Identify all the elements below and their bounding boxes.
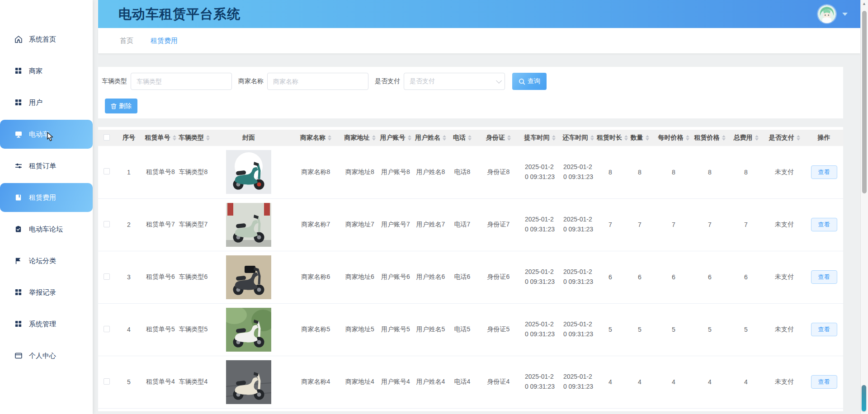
- view-button[interactable]: 查看: [811, 375, 837, 389]
- cell-total_fee: 6: [728, 251, 764, 303]
- sort-carets-icon[interactable]: [372, 135, 376, 141]
- column-header-merchant_address[interactable]: 商家地址: [342, 130, 377, 146]
- view-button[interactable]: 查看: [811, 165, 837, 179]
- search-button[interactable]: 查询: [512, 73, 547, 90]
- cell-index: 3: [115, 251, 142, 303]
- cell-pickup_time: 2025-01-20 09:31:23: [520, 146, 560, 198]
- cell-order_no: 租赁单号7: [142, 198, 179, 251]
- sort-carets-icon[interactable]: [507, 135, 511, 141]
- column-header-quantity[interactable]: 数量: [624, 130, 656, 146]
- column-header-rental_price[interactable]: 租赁价格: [692, 130, 728, 146]
- sort-carets-icon[interactable]: [797, 135, 800, 141]
- cell-hourly_price: 5: [656, 303, 692, 356]
- column-header-phone[interactable]: 电话: [448, 130, 477, 146]
- sort-carets-icon[interactable]: [755, 135, 759, 141]
- cell-order_no: [142, 408, 179, 411]
- sidebar-item-2[interactable]: 用户: [0, 87, 93, 118]
- column-header-action: 操作: [805, 130, 843, 146]
- column-header-pay_status[interactable]: 是否支付: [764, 130, 805, 146]
- page-scrollbar[interactable]: ▲: [860, 0, 868, 414]
- scroll-up-arrow-icon[interactable]: ▲: [862, 1, 866, 6]
- cell-rental_price: 8: [692, 146, 728, 198]
- sidebar-item-9[interactable]: 系统管理: [0, 308, 93, 340]
- column-header-user_account[interactable]: 用户账号: [377, 130, 414, 146]
- pay-status-select[interactable]: 是否支付: [404, 73, 505, 90]
- column-header-duration[interactable]: 租赁时长: [597, 130, 624, 146]
- merchant-name-input[interactable]: [267, 73, 368, 90]
- column-header-id_card[interactable]: 身份证: [477, 130, 520, 146]
- cell-pay_status: 未支付: [764, 251, 805, 303]
- column-header-pickup_time[interactable]: 提车时间: [520, 130, 560, 146]
- tab-home[interactable]: 首页: [120, 37, 133, 45]
- cell-cover: [208, 146, 289, 198]
- trash-icon: [111, 103, 117, 109]
- row-checkbox[interactable]: [104, 273, 110, 280]
- tab-rental-fee[interactable]: 租赁费用: [151, 37, 178, 45]
- cell-user_account: [377, 408, 414, 411]
- cell-action: 查看: [805, 251, 843, 303]
- cell-merchant_address: [342, 408, 377, 411]
- cell-index: 2: [115, 198, 142, 251]
- sidebar-item-10[interactable]: 个人中心: [0, 340, 93, 372]
- cell-duration: 5: [597, 303, 624, 356]
- cell-phone: 电话6: [448, 251, 477, 303]
- sort-carets-icon[interactable]: [646, 135, 649, 141]
- grid-icon: [14, 288, 23, 296]
- vehicle-type-input[interactable]: [131, 73, 232, 90]
- select-all-checkbox[interactable]: [104, 134, 110, 141]
- column-header-user_name[interactable]: 用户姓名: [414, 130, 448, 146]
- cell-quantity: 7: [624, 198, 656, 251]
- user-avatar[interactable]: [818, 5, 836, 23]
- vehicle-cover-image: [226, 308, 271, 352]
- user-menu[interactable]: [818, 5, 848, 23]
- page-title: 电动车租赁平台系统: [118, 5, 241, 24]
- column-header-return_time[interactable]: 还车时间: [560, 130, 597, 146]
- row-checkbox[interactable]: [104, 378, 110, 385]
- sort-carets-icon[interactable]: [590, 135, 594, 141]
- cell-user_name: 用户姓名7: [414, 198, 448, 251]
- column-header-vehicle_type[interactable]: 车辆类型: [179, 130, 208, 146]
- cell-quantity: 5: [624, 303, 656, 356]
- main-area: 电动车租赁平台系统 首页 租赁费用: [98, 0, 860, 414]
- monitor-icon: [14, 130, 23, 138]
- view-button[interactable]: 查看: [811, 270, 837, 284]
- column-header-hourly_price[interactable]: 每时价格: [656, 130, 692, 146]
- row-checkbox[interactable]: [104, 221, 110, 227]
- sidebar-item-0[interactable]: 系统首页: [0, 24, 93, 55]
- sort-carets-icon[interactable]: [624, 135, 628, 141]
- view-button[interactable]: 查看: [811, 218, 837, 231]
- column-header-checkbox: [98, 130, 115, 146]
- cell-duration: [597, 408, 624, 411]
- sidebar-item-7[interactable]: 论坛分类: [0, 245, 93, 277]
- cell-merchant_name: 商家名称8: [289, 146, 342, 198]
- row-checkbox[interactable]: [104, 168, 110, 174]
- cell-pay_status: 未支付: [764, 356, 805, 408]
- cell-user_name: 用户姓名6: [414, 251, 448, 303]
- sort-carets-icon[interactable]: [468, 135, 472, 141]
- sort-carets-icon[interactable]: [722, 135, 726, 141]
- sort-carets-icon[interactable]: [552, 135, 556, 141]
- sidebar-item-8[interactable]: 举报记录: [0, 277, 93, 308]
- cell-checkbox: [98, 198, 115, 251]
- cell-order_no: 租赁单号4: [142, 356, 179, 408]
- sort-carets-icon[interactable]: [206, 135, 210, 141]
- sidebar-item-6[interactable]: 电动车论坛: [0, 213, 93, 245]
- tab-bar: 首页 租赁费用: [98, 28, 860, 53]
- caret-down-icon[interactable]: [842, 13, 848, 16]
- sidebar-item-1[interactable]: 商家: [0, 55, 93, 87]
- sidebar-item-4[interactable]: 租赁订单: [0, 150, 93, 182]
- sort-carets-icon[interactable]: [328, 135, 331, 141]
- column-header-total_fee[interactable]: 总费用: [728, 130, 764, 146]
- view-button[interactable]: 查看: [811, 323, 837, 336]
- cell-vehicle_type: 车辆类型6: [179, 251, 208, 303]
- scrollbar-thumb[interactable]: [862, 11, 867, 193]
- column-header-order_no[interactable]: 租赁单号: [142, 130, 179, 146]
- sort-carets-icon[interactable]: [173, 135, 176, 141]
- sort-carets-icon[interactable]: [686, 135, 689, 141]
- sort-carets-icon[interactable]: [443, 135, 446, 141]
- sort-carets-icon[interactable]: [408, 135, 411, 141]
- column-header-merchant_name[interactable]: 商家名称: [289, 130, 342, 146]
- sidebar-item-5[interactable]: 租赁费用: [0, 183, 93, 212]
- row-checkbox[interactable]: [104, 326, 110, 332]
- delete-button[interactable]: 删除: [105, 99, 137, 113]
